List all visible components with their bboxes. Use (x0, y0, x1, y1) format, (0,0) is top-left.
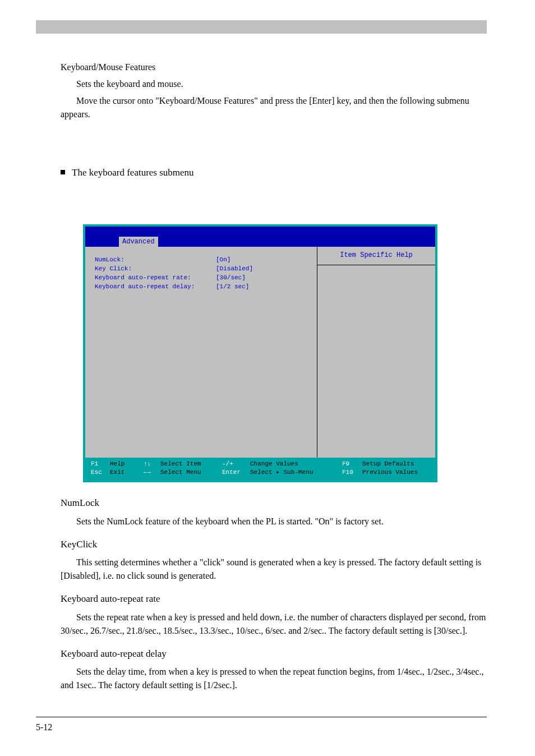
item-heading: Keyboard auto-repeat delay (61, 647, 487, 661)
key-label: Setup Defaults (362, 460, 414, 468)
key-label: Previous Values (362, 468, 418, 477)
key-label: Select ▸ Sub-Menu (250, 468, 342, 477)
bios-tab-bar: Advanced (85, 237, 435, 247)
bios-label: Key Click: (95, 264, 216, 273)
intro-option-title: Keyboard/Mouse Features (61, 61, 487, 74)
key-arrows-leftright[interactable]: ←→ (144, 468, 160, 477)
bios-row[interactable]: Keyboard auto-repeat rate: [30/sec] (95, 273, 308, 282)
bios-main-panel: NumLock: [On] Key Click: [Disabled] Keyb… (85, 247, 317, 458)
bios-label: NumLock: (95, 255, 216, 264)
bios-value[interactable]: [30/sec] (216, 273, 246, 282)
item-desc: Sets the delay time, from when a key is … (61, 665, 487, 692)
bios-row[interactable]: Key Click: [Disabled] (95, 264, 308, 273)
key-f9[interactable]: F9 (342, 460, 362, 468)
body-descriptions: NumLock Sets the NumLock feature of the … (61, 496, 487, 701)
bios-help-panel: Item Specific Help (317, 247, 435, 458)
tab-advanced[interactable]: Advanced (119, 237, 158, 247)
intro-desc: Sets the keyboard and mouse. (61, 77, 487, 91)
key-f10[interactable]: F10 (342, 468, 362, 477)
item-heading: NumLock (61, 496, 487, 510)
bios-value[interactable]: [Disabled] (216, 264, 253, 273)
page-number: 5-12 (36, 722, 52, 732)
bios-value[interactable]: [On] (216, 255, 230, 264)
bios-help-title: Item Specific Help (317, 247, 435, 265)
footer-separator (36, 717, 487, 717)
bios-value[interactable]: [1/2 sec] (216, 282, 249, 291)
submenu-title: The keyboard features submenu (72, 167, 194, 178)
key-minusplus[interactable]: -/+ (222, 460, 250, 468)
item-desc: This setting determines whether a "click… (61, 556, 487, 583)
key-label: Help (110, 460, 144, 468)
item-heading: KeyClick (61, 537, 487, 552)
key-label: Exit (110, 468, 144, 477)
bios-footer: F1 Help ↑↓ Select Item -/+ Change Values… (85, 458, 435, 480)
key-esc[interactable]: Esc (91, 468, 110, 477)
bullet-icon (61, 170, 65, 174)
bios-row[interactable]: Keyboard auto-repeat delay: [1/2 sec] (95, 282, 308, 291)
key-enter[interactable]: Enter (222, 468, 250, 477)
key-f1[interactable]: F1 (91, 460, 110, 468)
key-label: Select Menu (160, 468, 222, 477)
bios-row[interactable]: NumLock: [On] (95, 255, 308, 264)
item-desc: Sets the repeat rate when a key is press… (61, 611, 487, 638)
intro-instruction: Move the cursor onto "Keyboard/Mouse Fea… (61, 94, 487, 121)
page-header-bar (36, 20, 487, 34)
bios-screenshot: Advanced NumLock: [On] Key Click: [Disab… (83, 224, 437, 482)
bios-label: Keyboard auto-repeat rate: (95, 273, 216, 282)
item-heading: Keyboard auto-repeat rate (61, 592, 487, 606)
key-label: Select Item (160, 460, 222, 468)
bios-titlebar (85, 227, 435, 237)
key-arrows-updown[interactable]: ↑↓ (144, 460, 160, 468)
key-label: Change Values (250, 460, 342, 468)
bios-label: Keyboard auto-repeat delay: (95, 282, 216, 291)
intro-block: Keyboard/Mouse Features Sets the keyboar… (61, 61, 487, 125)
item-desc: Sets the NumLock feature of the keyboard… (61, 515, 487, 528)
